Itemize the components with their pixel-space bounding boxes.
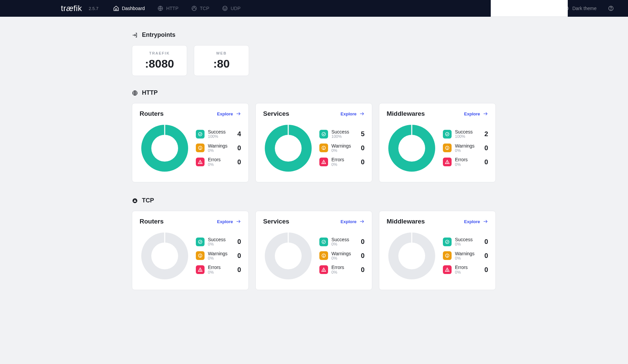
alert-triangle-icon	[319, 158, 328, 166]
http-cards-row: Routers Explore Success 100% 4 Warnings	[132, 103, 496, 182]
tcp-icon	[132, 198, 138, 204]
plugin-slot	[491, 0, 568, 17]
entrypoint-port: :8080	[145, 57, 174, 70]
legend-pct: 0%	[208, 149, 228, 153]
legend: Success 100% 2 Warnings 0% 0 Errors 0%	[443, 129, 488, 167]
legend-pct: 0%	[455, 242, 473, 247]
nav-tcp[interactable]: TCP	[187, 0, 213, 17]
svg-point-20	[323, 163, 324, 163]
legend-count: 4	[237, 130, 241, 138]
donut-chart	[387, 122, 437, 174]
legend-row-err: Errors 0% 0	[443, 265, 488, 275]
explore-label: Explore	[340, 219, 357, 224]
legend-row-success: Success 100% 4	[196, 129, 241, 139]
svg-rect-23	[411, 124, 412, 135]
legend-pct: 0%	[208, 256, 228, 261]
explore-link[interactable]: Explore	[464, 111, 488, 116]
svg-point-19	[323, 149, 324, 149]
arrow-right-icon	[359, 111, 365, 116]
explore-label: Explore	[340, 111, 357, 116]
card-http-routers: Routers Explore Success 100% 4 Warnings	[132, 103, 249, 182]
alert-triangle-icon	[196, 265, 205, 274]
legend-row-success: Success 0% 0	[319, 237, 365, 247]
legend-count: 2	[484, 130, 488, 138]
card-title: Middlewares	[387, 110, 425, 117]
section-http-header: HTTP	[132, 89, 496, 96]
svg-point-5	[611, 9, 611, 10]
explore-link[interactable]: Explore	[340, 219, 365, 224]
legend-pct: 0%	[455, 163, 468, 167]
legend-count: 0	[361, 144, 365, 152]
legend-label: Success	[455, 237, 473, 242]
entrypoint-card-traefik[interactable]: TRAEFIK :8080	[132, 45, 187, 76]
alert-circle-icon	[196, 144, 205, 152]
legend-label: Warnings	[455, 251, 475, 256]
legend: Success 0% 0 Warnings 0% 0 Errors 0%	[196, 237, 241, 275]
help-button[interactable]	[605, 5, 617, 11]
card-title: Services	[263, 110, 289, 117]
svg-point-42	[323, 271, 324, 271]
svg-point-2	[223, 6, 227, 11]
explore-label: Explore	[464, 111, 480, 116]
brand-logo[interactable]: træfik	[61, 4, 82, 13]
legend-row-warn: Warnings 0% 0	[443, 251, 488, 261]
nav-udp[interactable]: UDP	[218, 0, 245, 17]
legend-row-warn: Warnings 0% 0	[319, 143, 365, 153]
legend-label: Success	[455, 129, 473, 134]
nav-http[interactable]: HTTP	[153, 0, 182, 17]
legend-row-warn: Warnings 0% 0	[319, 251, 365, 261]
card-title: Routers	[140, 110, 164, 117]
explore-link[interactable]: Explore	[464, 219, 488, 224]
entrypoint-card-web[interactable]: WEB :80	[194, 45, 249, 76]
svg-rect-16	[288, 124, 289, 135]
legend-label: Warnings	[331, 251, 351, 256]
explore-label: Explore	[217, 111, 233, 116]
legend-label: Errors	[455, 265, 468, 270]
svg-point-34	[200, 257, 200, 257]
tcp-icon	[191, 5, 197, 11]
entrypoint-port: :80	[213, 57, 230, 70]
donut-chart	[140, 230, 190, 282]
explore-link[interactable]: Explore	[217, 111, 241, 116]
entrypoint-name: TRAEFIK	[149, 51, 170, 55]
legend-row-success: Success 100% 2	[443, 129, 488, 139]
legend-label: Errors	[208, 157, 221, 162]
legend-label: Success	[331, 129, 349, 134]
check-circle-icon	[319, 238, 328, 246]
legend-label: Errors	[455, 157, 468, 162]
legend: Success 100% 4 Warnings 0% 0 Errors 0%	[196, 129, 241, 167]
legend-label: Success	[331, 237, 349, 242]
legend-pct: 0%	[331, 242, 349, 247]
svg-point-41	[323, 257, 324, 257]
check-circle-icon	[443, 238, 452, 246]
entrypoints-icon	[132, 32, 138, 38]
legend-pct: 100%	[208, 134, 226, 139]
alert-circle-icon	[319, 251, 328, 260]
card-title: Services	[263, 218, 289, 225]
legend-pct: 0%	[331, 163, 344, 167]
nav-dashboard[interactable]: Dashboard	[109, 0, 149, 17]
svg-point-37	[275, 243, 302, 269]
alert-circle-icon	[196, 251, 205, 260]
legend-row-warn: Warnings 0% 0	[196, 251, 241, 261]
help-icon	[608, 5, 614, 11]
entrypoints-row: TRAEFIK :8080 WEB :80	[132, 45, 496, 76]
explore-link[interactable]: Explore	[340, 111, 365, 116]
arrow-right-icon	[236, 219, 241, 224]
section-entrypoints-title: Entrypoints	[142, 31, 175, 38]
arrow-right-icon	[483, 111, 488, 116]
legend: Success 0% 0 Warnings 0% 0 Errors 0%	[443, 237, 488, 275]
arrow-right-icon	[359, 219, 365, 224]
legend-row-err: Errors 0% 0	[443, 157, 488, 167]
tcp-cards-row: Routers Explore Success 0% 0 Warnings	[132, 211, 496, 290]
svg-point-44	[398, 243, 425, 269]
legend-label: Errors	[208, 265, 221, 270]
legend-count: 0	[237, 158, 241, 166]
svg-point-8	[151, 135, 178, 162]
legend-count: 0	[484, 144, 488, 152]
svg-point-15	[275, 135, 302, 162]
explore-link[interactable]: Explore	[217, 219, 241, 224]
legend-pct: 0%	[208, 163, 221, 167]
legend-label: Warnings	[208, 143, 228, 149]
svg-point-12	[200, 149, 200, 149]
